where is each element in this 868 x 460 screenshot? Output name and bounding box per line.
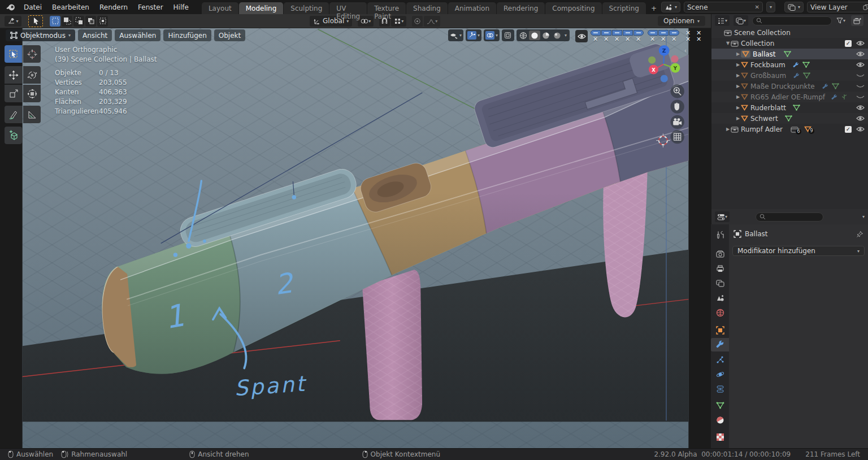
qcd-slot-4[interactable] xyxy=(622,30,633,42)
collection-checkbox[interactable] xyxy=(845,126,852,133)
active-tool-button[interactable] xyxy=(28,15,43,27)
zoom-button[interactable] xyxy=(670,84,684,98)
qcd-eye-button[interactable] xyxy=(575,30,588,42)
scene-dropdown[interactable]: ▾ xyxy=(766,2,775,12)
menu-hinzufuegen[interactable]: Hinzufügen xyxy=(163,29,211,41)
tab-layout[interactable]: Layout xyxy=(202,2,238,14)
tab-scene[interactable] xyxy=(711,291,729,305)
qcd-slot-2[interactable] xyxy=(601,30,611,42)
editor-type-button[interactable]: ▾ xyxy=(5,16,21,27)
outliner-row-scene-collection[interactable]: Scene Collection xyxy=(711,27,868,38)
tab-tool[interactable] xyxy=(711,228,729,241)
pin-icon[interactable] xyxy=(856,231,863,238)
eye-open-icon[interactable] xyxy=(856,126,865,132)
object-visibility-dropdown[interactable]: ▾ xyxy=(448,29,463,41)
select-mode-new[interactable] xyxy=(50,16,60,27)
viewport-3d[interactable]: 1 2 Spant Z X Y xyxy=(0,28,711,448)
gizmo-neg-axis[interactable] xyxy=(661,75,668,82)
view-layer-type-button[interactable]: ▾ xyxy=(784,2,804,12)
pivot-point-button[interactable]: ▾ xyxy=(358,16,374,27)
qcd-slot-7[interactable] xyxy=(658,30,669,42)
tab-rendering[interactable]: Rendering xyxy=(497,2,545,14)
tool-transform[interactable] xyxy=(23,85,41,102)
tab-compositing[interactable]: Compositing xyxy=(545,2,601,14)
falloff-button[interactable]: ▾ xyxy=(424,16,440,27)
gizmo-neg-axis[interactable] xyxy=(671,55,678,63)
outliner-row-rumpf-adler[interactable]: ▶ Rumpf Adler 6 9 xyxy=(711,124,868,134)
outliner-display-mode-button[interactable]: ▾ xyxy=(715,15,730,26)
tab-view-layer[interactable] xyxy=(711,276,729,290)
tool-select-box[interactable] xyxy=(5,45,22,63)
shading-solid-button[interactable] xyxy=(529,31,540,40)
outliner-search-input[interactable] xyxy=(752,16,832,25)
tab-world[interactable] xyxy=(711,306,729,319)
tab-output[interactable] xyxy=(711,262,729,275)
outliner-row-rg65[interactable]: ▶ RG65 Adler OE-Rumpf xyxy=(711,92,868,102)
tool-scale[interactable] xyxy=(5,85,22,102)
outliner-row-grossbaum[interactable]: ▶ Großbaum xyxy=(711,70,868,81)
outliner-row-schwert[interactable]: ▶ Schwert xyxy=(711,113,868,124)
options-button[interactable]: Optionen ▾ xyxy=(658,16,705,26)
outliner-row-fockbaum[interactable]: ▶ Fockbaum xyxy=(711,59,868,70)
blender-logo-icon[interactable] xyxy=(0,3,19,11)
eye-closed-icon[interactable] xyxy=(856,72,865,79)
outliner-row-ballast[interactable]: ▶ Ballast xyxy=(711,49,868,59)
qcd-slot-6[interactable] xyxy=(647,30,658,42)
menu-datei[interactable]: Datei xyxy=(19,1,47,14)
outliner-row-collection[interactable]: ▼ Collection xyxy=(711,38,868,49)
qcd-slot-10[interactable] xyxy=(693,30,704,42)
qcd-slot-8[interactable] xyxy=(669,30,679,42)
menu-rendern[interactable]: Rendern xyxy=(94,1,133,14)
tool-move[interactable] xyxy=(5,66,22,84)
add-workspace-button[interactable]: + xyxy=(646,3,661,14)
tab-texture-paint[interactable]: Texture Paint xyxy=(367,2,406,14)
qcd-slot-9[interactable] xyxy=(683,30,693,42)
add-modifier-button[interactable]: Modifikator hinzufügen ▾ xyxy=(732,246,865,256)
overlays-dropdown[interactable]: ▾ xyxy=(484,29,500,41)
menu-bearbeiten[interactable]: Bearbeiten xyxy=(47,1,94,14)
menu-auswaehlen[interactable]: Auswählen xyxy=(115,29,160,41)
ortho-grid-button[interactable] xyxy=(670,130,684,144)
eye-open-icon[interactable] xyxy=(856,62,865,68)
eye-closed-icon[interactable] xyxy=(856,94,865,100)
qcd-slot-5[interactable] xyxy=(633,30,644,42)
view-layer-selector[interactable]: View Layer ✕ xyxy=(807,2,868,12)
tab-animation[interactable]: Animation xyxy=(448,2,496,14)
tab-shading[interactable]: Shading xyxy=(406,2,448,14)
new-collection-button[interactable] xyxy=(851,15,863,26)
tab-sculpting[interactable]: Sculpting xyxy=(284,2,329,14)
tab-object[interactable] xyxy=(711,323,729,337)
tool-add-cube[interactable] xyxy=(5,127,22,144)
menu-objekt[interactable]: Objekt xyxy=(214,29,245,41)
tab-modifiers[interactable] xyxy=(711,338,729,351)
outliner-filter-type-button[interactable]: ▾ xyxy=(734,15,748,26)
select-mode-subtract[interactable] xyxy=(73,16,84,27)
tab-physics[interactable] xyxy=(711,367,729,381)
tool-annotate[interactable] xyxy=(5,106,22,123)
breadcrumb-object-name[interactable]: Ballast xyxy=(745,230,768,238)
tool-rotate[interactable] xyxy=(23,66,41,84)
tab-object-data[interactable] xyxy=(711,398,729,412)
gizmos-dropdown[interactable]: ▾ xyxy=(466,29,481,41)
snap-target-button[interactable]: ▾ xyxy=(391,16,406,27)
menu-fenster[interactable]: Fenster xyxy=(133,1,168,14)
pan-button[interactable] xyxy=(670,99,684,113)
select-mode-intersect[interactable] xyxy=(97,16,108,27)
menu-ansicht[interactable]: Ansicht xyxy=(78,29,112,41)
camera-view-button[interactable] xyxy=(670,115,684,129)
xray-toggle[interactable] xyxy=(502,29,514,41)
tab-material[interactable] xyxy=(711,413,729,427)
proportional-edit-button[interactable] xyxy=(412,16,423,27)
eye-open-icon[interactable] xyxy=(856,51,865,57)
qcd-slot-1[interactable] xyxy=(590,30,601,42)
collection-checkbox[interactable] xyxy=(845,40,852,47)
eye-open-icon[interactable] xyxy=(856,115,865,121)
scene-type-button[interactable]: ▾ xyxy=(661,2,680,12)
scene-selector[interactable]: Scene ✕ xyxy=(684,2,763,12)
outliner-row-masse-druckpunkte[interactable]: ▶ Maße Druckpunkte xyxy=(711,81,868,92)
eye-closed-icon[interactable] xyxy=(856,83,865,89)
select-mode-extend[interactable] xyxy=(62,16,72,27)
shading-wireframe-button[interactable] xyxy=(518,31,529,40)
properties-editor-button[interactable]: ▾ xyxy=(715,211,730,222)
select-mode-invert[interactable] xyxy=(85,16,96,27)
